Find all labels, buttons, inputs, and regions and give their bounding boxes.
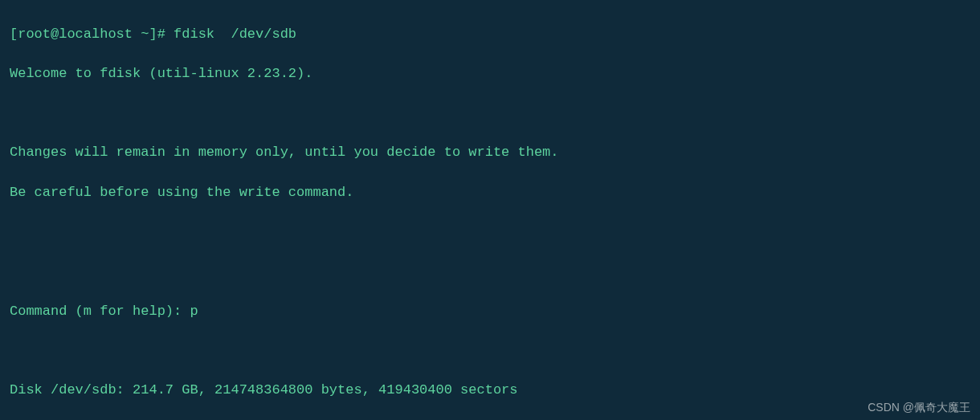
command-prompt-line: Command (m for help): p bbox=[10, 302, 970, 322]
blank-line bbox=[10, 341, 970, 361]
shell-command: fdisk /dev/sdb bbox=[174, 27, 296, 42]
warning-line-2: Be careful before using the write comman… bbox=[10, 183, 970, 203]
watermark-text: CSDN @佩奇大魔王 bbox=[868, 399, 970, 415]
warning-line-1: Changes will remain in memory only, unti… bbox=[10, 143, 970, 163]
blank-line bbox=[10, 104, 970, 124]
blank-line bbox=[10, 262, 970, 282]
blank-line bbox=[10, 222, 970, 243]
shell-prompt-line: [root@localhost ~]# fdisk /dev/sdb bbox=[10, 25, 970, 45]
fdisk-input: p bbox=[190, 304, 198, 319]
shell-prompt: [root@localhost ~]# bbox=[10, 27, 174, 42]
disk-info-line: Disk /dev/sdb: 214.7 GB, 214748364800 by… bbox=[10, 381, 970, 401]
fdisk-prompt: Command (m for help): bbox=[10, 304, 190, 319]
welcome-text: Welcome to fdisk (util-linux 2.23.2). bbox=[10, 64, 970, 84]
terminal-output[interactable]: [root@localhost ~]# fdisk /dev/sdb Welco… bbox=[10, 5, 970, 420]
